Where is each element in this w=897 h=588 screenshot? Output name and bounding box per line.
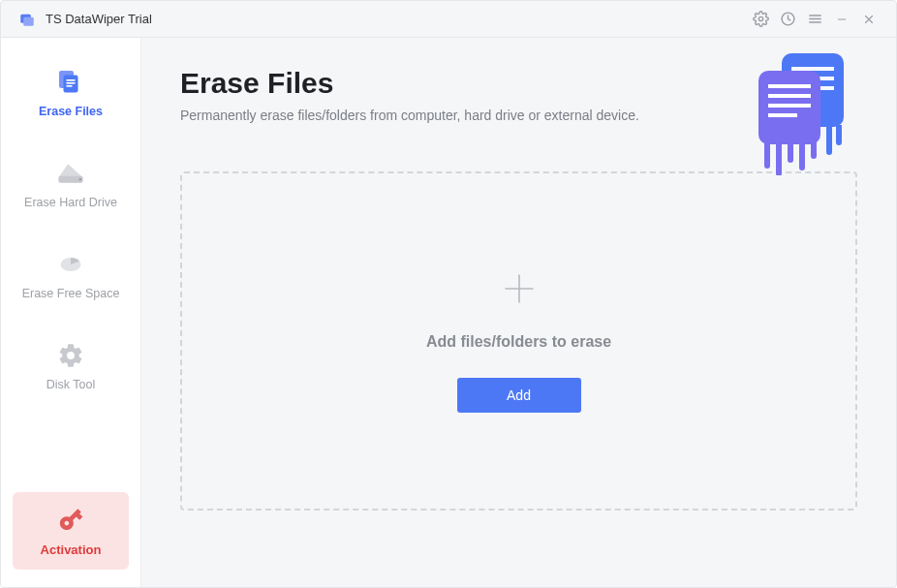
sidebar-item-label: Disk Tool [46,378,95,391]
settings-button[interactable] [747,6,774,33]
disk-tool-icon [53,341,88,370]
svg-rect-14 [67,85,73,87]
erase-free-space-icon [53,250,88,279]
activation-button[interactable]: Activation [13,492,129,570]
svg-rect-1 [23,16,34,25]
plus-icon [500,269,539,312]
close-button[interactable] [855,6,882,33]
sidebar-item-disk-tool[interactable]: Disk Tool [13,328,129,404]
main-panel: Erase Files Permanently erase files/fold… [141,38,896,587]
svg-point-2 [758,16,762,20]
sidebar-item-erase-files[interactable]: Erase Files [13,55,129,131]
erase-files-icon [53,68,88,97]
minimize-icon [835,13,849,26]
close-icon [862,13,876,26]
sidebar-item-label: Erase Free Space [22,287,120,300]
svg-rect-19 [791,67,834,71]
key-icon [57,506,84,537]
sidebar-item-label: Erase Hard Drive [24,196,117,209]
svg-rect-26 [768,104,811,108]
svg-rect-13 [67,82,76,84]
add-button-label: Add [507,387,531,403]
file-drop-zone[interactable]: Add files/folders to erase Add [180,171,857,511]
activation-label: Activation [41,542,102,557]
clock-icon [780,11,796,27]
sidebar-item-label: Erase Files [39,105,103,118]
svg-rect-27 [768,113,797,117]
app-logo-icon [18,11,36,28]
sidebar: Erase Files Erase Hard Drive [1,38,141,587]
sidebar-item-erase-hard-drive[interactable]: Erase Hard Drive [13,146,129,222]
minimize-button[interactable] [828,6,855,33]
erase-hard-drive-icon [53,159,88,188]
svg-rect-25 [768,94,811,98]
history-button[interactable] [774,6,801,33]
svg-point-16 [79,178,82,181]
app-window: TS DataWiper Trial [0,0,897,588]
menu-button[interactable] [801,6,828,33]
hero-illustration-icon [747,49,853,179]
svg-rect-24 [768,84,811,88]
window-title: TS DataWiper Trial [46,12,152,26]
svg-rect-12 [67,79,76,81]
gear-icon [753,11,769,27]
menu-icon [807,11,823,27]
sidebar-item-erase-free-space[interactable]: Erase Free Space [13,237,129,313]
title-bar: TS DataWiper Trial [1,1,896,38]
drop-zone-text: Add files/folders to erase [426,333,611,351]
add-button[interactable]: Add [457,378,581,413]
